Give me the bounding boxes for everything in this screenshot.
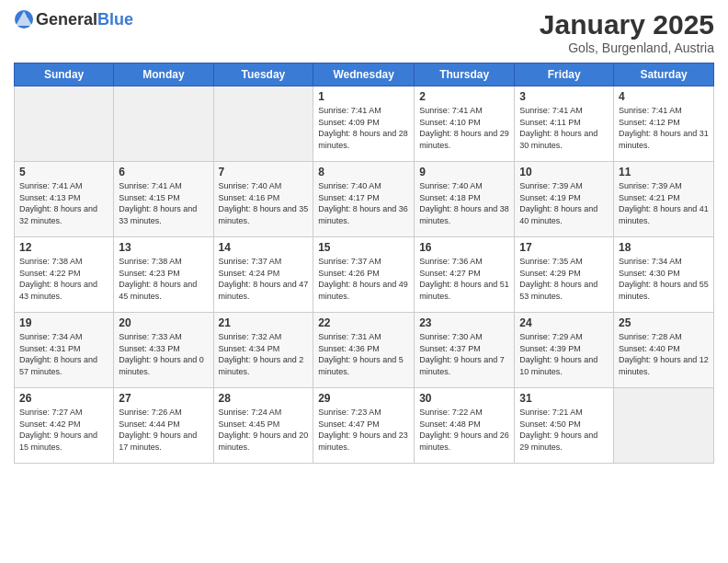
calendar-cell: 23Sunrise: 7:30 AM Sunset: 4:37 PM Dayli… — [415, 313, 515, 388]
day-info: Sunrise: 7:21 AM Sunset: 4:50 PM Dayligh… — [519, 407, 609, 453]
logo-general: General — [36, 10, 97, 29]
day-info: Sunrise: 7:40 AM Sunset: 4:18 PM Dayligh… — [419, 180, 509, 226]
calendar-cell: 15Sunrise: 7:37 AM Sunset: 4:26 PM Dayli… — [313, 237, 415, 313]
day-number: 12 — [19, 241, 108, 254]
calendar-cell: 29Sunrise: 7:23 AM Sunset: 4:47 PM Dayli… — [313, 388, 415, 464]
logo-text: GeneralBlue — [36, 10, 133, 29]
day-info: Sunrise: 7:39 AM Sunset: 4:19 PM Dayligh… — [519, 180, 609, 226]
week-row-5: 26Sunrise: 7:27 AM Sunset: 4:42 PM Dayli… — [15, 388, 714, 464]
calendar-cell: 10Sunrise: 7:39 AM Sunset: 4:19 PM Dayli… — [515, 162, 614, 237]
day-info: Sunrise: 7:40 AM Sunset: 4:17 PM Dayligh… — [318, 180, 409, 226]
week-row-2: 5Sunrise: 7:41 AM Sunset: 4:13 PM Daylig… — [15, 162, 714, 237]
calendar-table: Sunday Monday Tuesday Wednesday Thursday… — [14, 63, 714, 464]
day-info: Sunrise: 7:29 AM Sunset: 4:39 PM Dayligh… — [519, 331, 609, 377]
day-info: Sunrise: 7:34 AM Sunset: 4:30 PM Dayligh… — [619, 256, 709, 302]
day-info: Sunrise: 7:31 AM Sunset: 4:36 PM Dayligh… — [318, 331, 409, 377]
logo-blue: Blue — [97, 10, 133, 29]
day-number: 5 — [19, 166, 108, 178]
day-number: 16 — [419, 241, 509, 254]
calendar-cell: 22Sunrise: 7:31 AM Sunset: 4:36 PM Dayli… — [313, 313, 415, 388]
calendar-cell: 24Sunrise: 7:29 AM Sunset: 4:39 PM Dayli… — [515, 313, 614, 388]
day-number: 26 — [19, 392, 108, 405]
page: GeneralBlue January 2025 Gols, Burgenlan… — [0, 0, 728, 563]
day-number: 29 — [318, 392, 409, 405]
calendar-cell: 18Sunrise: 7:34 AM Sunset: 4:30 PM Dayli… — [614, 237, 714, 313]
header: GeneralBlue January 2025 Gols, Burgenlan… — [14, 9, 714, 55]
day-info: Sunrise: 7:41 AM Sunset: 4:10 PM Dayligh… — [419, 105, 509, 151]
day-info: Sunrise: 7:38 AM Sunset: 4:22 PM Dayligh… — [19, 256, 108, 302]
header-saturday: Saturday — [614, 63, 714, 86]
day-number: 23 — [419, 316, 509, 329]
day-number: 25 — [619, 316, 709, 329]
day-info: Sunrise: 7:36 AM Sunset: 4:27 PM Dayligh… — [419, 256, 509, 302]
logo-icon — [14, 9, 34, 29]
calendar-cell: 8Sunrise: 7:40 AM Sunset: 4:17 PM Daylig… — [313, 162, 415, 237]
calendar-cell: 14Sunrise: 7:37 AM Sunset: 4:24 PM Dayli… — [213, 237, 313, 313]
calendar-cell: 2Sunrise: 7:41 AM Sunset: 4:10 PM Daylig… — [415, 86, 515, 162]
day-number: 10 — [519, 166, 609, 178]
week-row-1: 1Sunrise: 7:41 AM Sunset: 4:09 PM Daylig… — [15, 86, 714, 162]
day-number: 20 — [119, 316, 208, 329]
day-info: Sunrise: 7:34 AM Sunset: 4:31 PM Dayligh… — [19, 331, 108, 377]
header-wednesday: Wednesday — [313, 63, 415, 86]
calendar-cell: 11Sunrise: 7:39 AM Sunset: 4:21 PM Dayli… — [614, 162, 714, 237]
day-number: 30 — [419, 392, 509, 405]
day-number: 9 — [419, 166, 509, 178]
week-row-4: 19Sunrise: 7:34 AM Sunset: 4:31 PM Dayli… — [15, 313, 714, 388]
header-monday: Monday — [114, 63, 213, 86]
day-info: Sunrise: 7:32 AM Sunset: 4:34 PM Dayligh… — [219, 331, 309, 377]
day-number: 18 — [619, 241, 709, 254]
day-number: 28 — [219, 392, 309, 405]
calendar-cell: 19Sunrise: 7:34 AM Sunset: 4:31 PM Dayli… — [15, 313, 114, 388]
day-number: 22 — [318, 316, 409, 329]
day-number: 13 — [119, 241, 208, 254]
calendar-cell: 31Sunrise: 7:21 AM Sunset: 4:50 PM Dayli… — [515, 388, 614, 464]
day-info: Sunrise: 7:39 AM Sunset: 4:21 PM Dayligh… — [619, 180, 709, 226]
calendar-cell — [213, 86, 313, 162]
header-friday: Friday — [515, 63, 614, 86]
calendar-title: January 2025 — [540, 9, 714, 40]
day-info: Sunrise: 7:41 AM Sunset: 4:13 PM Dayligh… — [19, 180, 108, 226]
day-number: 17 — [519, 241, 609, 254]
day-info: Sunrise: 7:24 AM Sunset: 4:45 PM Dayligh… — [219, 407, 309, 453]
calendar-cell: 6Sunrise: 7:41 AM Sunset: 4:15 PM Daylig… — [114, 162, 213, 237]
day-info: Sunrise: 7:26 AM Sunset: 4:44 PM Dayligh… — [119, 407, 208, 453]
header-sunday: Sunday — [15, 63, 114, 86]
calendar-cell: 30Sunrise: 7:22 AM Sunset: 4:48 PM Dayli… — [415, 388, 515, 464]
day-info: Sunrise: 7:41 AM Sunset: 4:09 PM Dayligh… — [318, 105, 409, 151]
day-number: 7 — [219, 166, 309, 178]
day-number: 21 — [219, 316, 309, 329]
day-number: 24 — [519, 316, 609, 329]
calendar-cell: 28Sunrise: 7:24 AM Sunset: 4:45 PM Dayli… — [213, 388, 313, 464]
day-number: 2 — [419, 90, 509, 103]
calendar-cell: 9Sunrise: 7:40 AM Sunset: 4:18 PM Daylig… — [415, 162, 515, 237]
day-number: 1 — [318, 90, 409, 103]
calendar-cell: 21Sunrise: 7:32 AM Sunset: 4:34 PM Dayli… — [213, 313, 313, 388]
day-info: Sunrise: 7:41 AM Sunset: 4:12 PM Dayligh… — [619, 105, 709, 151]
day-info: Sunrise: 7:37 AM Sunset: 4:24 PM Dayligh… — [219, 256, 309, 302]
day-info: Sunrise: 7:28 AM Sunset: 4:40 PM Dayligh… — [619, 331, 709, 377]
day-info: Sunrise: 7:41 AM Sunset: 4:15 PM Dayligh… — [119, 180, 208, 226]
calendar-cell: 5Sunrise: 7:41 AM Sunset: 4:13 PM Daylig… — [15, 162, 114, 237]
day-info: Sunrise: 7:22 AM Sunset: 4:48 PM Dayligh… — [419, 407, 509, 453]
calendar-cell: 25Sunrise: 7:28 AM Sunset: 4:40 PM Dayli… — [614, 313, 714, 388]
calendar-cell: 20Sunrise: 7:33 AM Sunset: 4:33 PM Dayli… — [114, 313, 213, 388]
calendar-subtitle: Gols, Burgenland, Austria — [540, 40, 714, 55]
day-info: Sunrise: 7:23 AM Sunset: 4:47 PM Dayligh… — [318, 407, 409, 453]
calendar-cell: 27Sunrise: 7:26 AM Sunset: 4:44 PM Dayli… — [114, 388, 213, 464]
header-thursday: Thursday — [415, 63, 515, 86]
calendar-cell: 4Sunrise: 7:41 AM Sunset: 4:12 PM Daylig… — [614, 86, 714, 162]
calendar-cell — [614, 388, 714, 464]
calendar-cell: 3Sunrise: 7:41 AM Sunset: 4:11 PM Daylig… — [515, 86, 614, 162]
day-headers: Sunday Monday Tuesday Wednesday Thursday… — [15, 63, 714, 86]
title-section: January 2025 Gols, Burgenland, Austria — [540, 9, 714, 55]
calendar-cell: 26Sunrise: 7:27 AM Sunset: 4:42 PM Dayli… — [15, 388, 114, 464]
week-row-3: 12Sunrise: 7:38 AM Sunset: 4:22 PM Dayli… — [15, 237, 714, 313]
day-info: Sunrise: 7:37 AM Sunset: 4:26 PM Dayligh… — [318, 256, 409, 302]
day-info: Sunrise: 7:38 AM Sunset: 4:23 PM Dayligh… — [119, 256, 208, 302]
day-number: 27 — [119, 392, 208, 405]
day-number: 3 — [519, 90, 609, 103]
day-number: 31 — [519, 392, 609, 405]
day-number: 14 — [219, 241, 309, 254]
day-number: 11 — [619, 166, 709, 178]
